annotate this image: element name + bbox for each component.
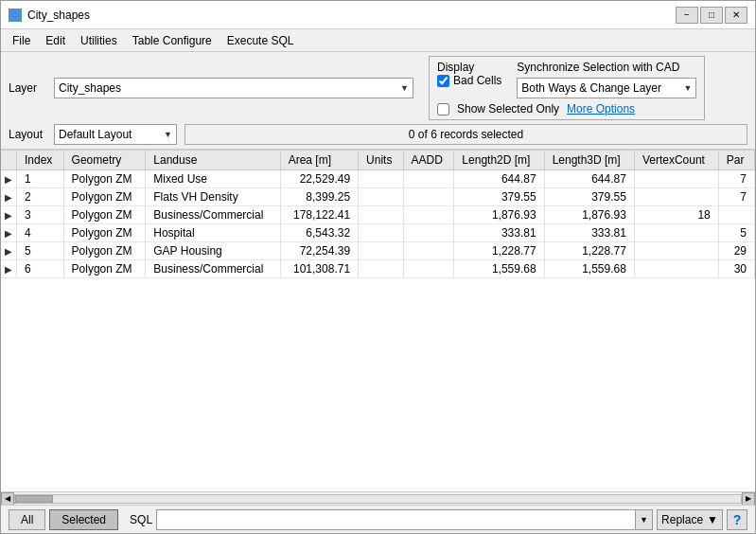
table-row[interactable]: ▶ 4 Polygon ZM Hospital 6,543.32 333.81 … [1,224,755,242]
cell-units [359,206,403,224]
col-length3d[interactable]: Length3D [m] [544,151,634,170]
replace-combo[interactable]: Replace ▼ [657,509,723,530]
help-button[interactable]: ? [727,509,747,530]
col-selector[interactable] [1,151,17,170]
cell-aadd [403,170,454,188]
cell-landuse: Hospital [146,224,280,242]
layer-combo-arrow: ▼ [400,83,409,93]
close-button[interactable]: ✕ [725,7,747,24]
table-container[interactable]: Index Geometry Landuse Area [m] Units AA… [1,150,755,491]
cell-par: 7 [718,170,754,188]
cell-index: 3 [17,206,64,224]
cell-area: 8,399.25 [280,188,358,206]
col-index[interactable]: Index [17,151,64,170]
cell-aadd [403,188,454,206]
minimize-button[interactable]: − [676,7,698,24]
cell-par: 7 [718,188,754,206]
replace-label: Replace [661,513,703,526]
scrollbar-thumb[interactable] [15,495,53,503]
scrollbar-track[interactable] [14,494,742,504]
scroll-left-arrow[interactable]: ◀ [1,492,14,506]
table-row[interactable]: ▶ 5 Polygon ZM GAP Housing 72,254.39 1,2… [1,242,755,260]
layout-combo[interactable]: Default Layout ▼ [54,124,177,145]
scrollbar-horizontal[interactable]: ◀ ▶ [1,491,755,505]
bad-cells-label[interactable]: Bad Cells [453,74,501,87]
table-row[interactable]: ▶ 1 Polygon ZM Mixed Use 22,529.49 644.8… [1,170,755,188]
menu-utilities[interactable]: Utilities [73,32,125,49]
cell-length3d: 1,559.68 [544,260,634,278]
table-row[interactable]: ▶ 2 Polygon ZM Flats VH Density 8,399.25… [1,188,755,206]
title-bar: City_shapes − □ ✕ [1,1,755,29]
cell-index: 4 [17,224,64,242]
table-row[interactable]: ▶ 3 Polygon ZM Business/Commercial 178,1… [1,206,755,224]
sql-label: SQL [130,513,152,526]
show-selected-label[interactable]: Show Selected Only [457,102,559,116]
cell-landuse: Mixed Use [146,170,280,188]
cell-units [359,188,403,206]
toolbar: Layer City_shapes ▼ Display Bad Cells [1,52,755,150]
cell-vertexcount [634,224,718,242]
cell-geometry: Polygon ZM [63,260,146,278]
row-arrow: ▶ [1,188,17,206]
cell-par: 29 [718,242,754,260]
bad-cells-row: Bad Cells [437,74,501,87]
cell-length3d: 379.55 [544,188,634,206]
col-vertexcount[interactable]: VertexCount [634,151,718,170]
replace-arrow: ▼ [707,513,718,526]
sync-section: Synchronize Selection with CAD Both Ways… [517,61,696,98]
col-units[interactable]: Units [359,151,403,170]
cell-geometry: Polygon ZM [63,206,146,224]
title-bar-buttons: − □ ✕ [676,7,747,24]
col-area[interactable]: Area [m] [280,151,358,170]
col-par[interactable]: Par [718,151,754,170]
menu-bar: File Edit Utilities Table Configure Exec… [1,29,755,52]
layout-value: Default Layout [59,128,132,141]
col-landuse[interactable]: Landuse [146,151,280,170]
cell-area: 22,529.49 [280,170,358,188]
menu-file[interactable]: File [5,32,38,49]
cell-vertexcount [634,260,718,278]
sql-input-wrap[interactable]: ▼ [156,509,653,530]
sql-input[interactable] [157,510,635,529]
cell-length2d: 1,228.77 [454,242,544,260]
row-arrow: ▶ [1,224,17,242]
main-window: City_shapes − □ ✕ File Edit Utilities Ta… [0,0,756,534]
selected-button[interactable]: Selected [49,509,118,530]
menu-edit[interactable]: Edit [38,32,73,49]
more-options-link[interactable]: More Options [567,102,635,116]
cell-index: 1 [17,170,64,188]
cell-index: 5 [17,242,64,260]
table-header-row: Index Geometry Landuse Area [m] Units AA… [1,151,755,170]
cell-units [359,260,403,278]
sync-combo[interactable]: Both Ways & Change Layer ▼ [517,78,696,98]
right-options-panel: Display Bad Cells Synchronize Selection … [429,56,705,120]
menu-execute-sql[interactable]: Execute SQL [220,32,302,49]
layer-combo[interactable]: City_shapes ▼ [54,78,413,98]
cell-area: 72,254.39 [280,242,358,260]
layer-label: Layer [9,81,46,95]
display-section: Display Bad Cells [437,61,501,98]
app-icon [9,9,22,22]
menu-table-configure[interactable]: Table Configure [125,32,220,49]
cell-landuse: Business/Commercial [146,260,280,278]
sql-dropdown-arrow[interactable]: ▼ [635,510,652,529]
row-arrow: ▶ [1,170,17,188]
cell-length2d: 333.81 [454,224,544,242]
scroll-right-arrow[interactable]: ▶ [742,492,755,506]
all-button[interactable]: All [9,509,45,530]
cell-vertexcount [634,170,718,188]
bad-cells-checkbox[interactable] [437,75,449,87]
cell-index: 6 [17,260,64,278]
cell-par: 5 [718,224,754,242]
maximize-button[interactable]: □ [700,7,723,24]
cell-geometry: Polygon ZM [63,188,146,206]
col-length2d[interactable]: Length2D [m] [454,151,544,170]
col-aadd[interactable]: AADD [403,151,454,170]
col-geometry[interactable]: Geometry [63,151,146,170]
show-selected-checkbox[interactable] [437,103,449,116]
layout-combo-arrow: ▼ [164,130,172,139]
cell-vertexcount: 18 [634,206,718,224]
table-row[interactable]: ▶ 6 Polygon ZM Business/Commercial 101,3… [1,260,755,278]
sync-top-row: Display Bad Cells Synchronize Selection … [437,61,696,98]
cell-length3d: 333.81 [544,224,634,242]
